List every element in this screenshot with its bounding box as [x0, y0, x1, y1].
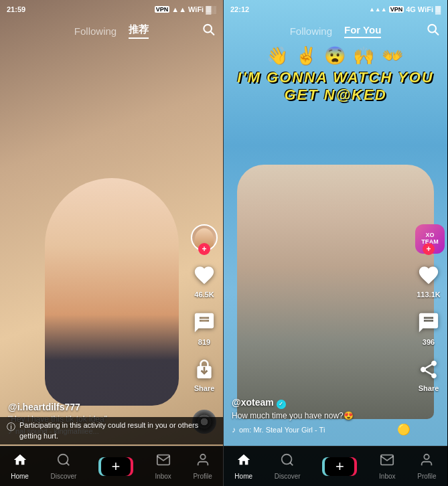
share-label-right: Share: [419, 384, 439, 392]
side-actions-left: + 46.5K 819: [191, 224, 218, 392]
warning-text-left: Participating in this activity could res…: [19, 420, 216, 441]
svg-point-7: [282, 455, 292, 465]
music-extra-right: 🟡: [397, 423, 410, 436]
svg-line-1: [211, 31, 214, 35]
svg-point-4: [200, 455, 205, 459]
music-note-icon-right: ♪: [232, 425, 236, 434]
comment-action-left[interactable]: 819: [191, 309, 218, 346]
comment-icon-left: [191, 309, 218, 336]
bars-right: 4G: [406, 5, 416, 13]
person-silhouette-left: [45, 178, 179, 406]
comment-icon-right: [415, 309, 442, 336]
tab-create-right[interactable]: +: [322, 456, 357, 477]
music-row-right: ♪ om: Mr. Steal Your Girl - Ti 🟡: [232, 423, 410, 436]
tab-profile-label-left: Profile: [193, 473, 212, 480]
inbox-icon-right: [380, 453, 394, 471]
profile-icon-left: [196, 453, 210, 471]
status-icons-right: ▲▲▲ VPN 4G WiFi ▓: [369, 5, 441, 13]
plus-icon-right: +: [335, 459, 344, 474]
like-count-right: 113.1K: [417, 291, 440, 299]
vpn-indicator-left: VPN: [155, 6, 170, 13]
comment-count-left: 819: [198, 338, 210, 346]
tab-home-right[interactable]: Home: [234, 453, 252, 480]
nav-recommend-left[interactable]: 推荐: [129, 23, 149, 39]
status-icons-left: VPN ▲▲ WiFi ▓░: [155, 5, 216, 13]
tab-discover-label-left: Discover: [50, 473, 76, 480]
vpn-right: VPN: [389, 6, 404, 13]
profile-icon-right: [419, 453, 434, 471]
person-silhouette-right: [237, 165, 434, 419]
warning-bar-left: ⓘ Participating in this activity could r…: [0, 417, 223, 444]
like-action-right[interactable]: 113.1K: [415, 262, 442, 299]
left-panel: 21:59 VPN ▲▲ WiFi ▓░ Following 推荐: [0, 0, 224, 486]
home-icon-right: [236, 453, 251, 471]
status-time-right: 22:12: [230, 5, 249, 13]
right-panel: 22:12 ▲▲▲ VPN 4G WiFi ▓ Following For Yo…: [224, 0, 447, 486]
share-action-right[interactable]: Share: [416, 357, 441, 392]
app-container: 21:59 VPN ▲▲ WiFi ▓░ Following 推荐: [0, 0, 448, 486]
discover-icon-right: [280, 453, 295, 471]
like-action-left[interactable]: 46.5K: [191, 262, 218, 299]
tab-inbox-right[interactable]: Inbox: [379, 453, 395, 480]
svg-point-2: [58, 455, 68, 465]
side-actions-right: XOTEAM + 113.1K 396: [415, 224, 442, 392]
music-text-right: om: Mr. Steal Your Girl - Ti: [239, 426, 325, 434]
nav-foryou-right[interactable]: For You: [344, 24, 381, 38]
tab-bar-left: Home Discover +: [0, 446, 223, 486]
plus-icon-left: +: [111, 459, 120, 474]
heart-icon-left: [191, 262, 218, 289]
tab-bar-right: Home Discover +: [224, 446, 447, 486]
tab-profile-right[interactable]: Profile: [417, 453, 436, 480]
tab-inbox-left[interactable]: Inbox: [155, 453, 171, 480]
svg-line-6: [435, 31, 439, 35]
tab-profile-left[interactable]: Profile: [193, 453, 212, 480]
nav-bar-right: Following For You: [224, 19, 447, 43]
battery-right: ▓: [435, 5, 441, 13]
comment-action-right[interactable]: 396: [415, 309, 442, 346]
follow-button-right[interactable]: +: [423, 243, 435, 255]
tab-create-left[interactable]: +: [98, 456, 133, 477]
username-left[interactable]: @i.heartdilfs777: [8, 402, 186, 412]
tab-home-label-right: Home: [234, 473, 252, 480]
nav-following-right[interactable]: Following: [290, 25, 332, 37]
text-overlay-right: I'M GONNA WATCH YOU GET N@KED: [224, 69, 447, 104]
follow-button-left[interactable]: +: [198, 243, 210, 255]
svg-line-8: [290, 463, 293, 465]
tab-profile-label-right: Profile: [417, 473, 436, 480]
svg-line-3: [66, 463, 69, 465]
tab-discover-right[interactable]: Discover: [275, 453, 301, 480]
warning-icon-left: ⓘ: [7, 421, 15, 433]
avatar-right[interactable]: XOTEAM +: [415, 224, 442, 251]
nav-bar-left: Following 推荐: [0, 19, 223, 43]
username-right[interactable]: @xoteam ✓: [232, 397, 410, 409]
discover-icon-left: [56, 453, 71, 471]
avatar-left[interactable]: +: [191, 224, 218, 251]
status-time-left: 21:59: [7, 5, 25, 13]
share-label-left: Share: [194, 384, 215, 392]
emoji-overlay-right: 👋 ✌️ 😨 🙌 👐 I'M GONNA WATCH YOU GET N@KED: [224, 46, 447, 104]
tab-inbox-label-right: Inbox: [379, 473, 395, 480]
like-count-left: 46.5K: [194, 291, 214, 299]
svg-point-9: [425, 455, 429, 459]
tab-discover-left[interactable]: Discover: [50, 453, 76, 480]
search-icon-right[interactable]: [426, 23, 439, 39]
status-bar-right: 22:12 ▲▲▲ VPN 4G WiFi ▓: [224, 0, 447, 19]
share-action-left[interactable]: Share: [192, 357, 217, 392]
comment-count-right: 396: [423, 338, 435, 346]
inbox-icon-left: [156, 453, 171, 471]
verified-icon-right: ✓: [277, 400, 286, 409]
tab-discover-label-right: Discover: [275, 473, 301, 480]
signal-right: ▲▲▲: [369, 6, 387, 13]
wifi-right: WiFi: [418, 5, 433, 13]
emoji-row-right: 👋 ✌️ 😨 🙌 👐: [224, 46, 447, 66]
username-text-right: @xoteam: [232, 397, 274, 408]
status-bar-left: 21:59 VPN ▲▲ WiFi ▓░: [0, 0, 223, 19]
heart-icon-right: [415, 262, 442, 289]
tab-inbox-label-left: Inbox: [155, 473, 171, 480]
signal-bars-left: ▲▲: [171, 5, 186, 13]
search-icon-left[interactable]: [202, 23, 215, 39]
nav-following-left[interactable]: Following: [74, 25, 117, 37]
share-icon-right: [416, 357, 441, 382]
bottom-info-right: @xoteam ✓ How much time you have now?😍 ♪…: [232, 397, 410, 436]
tab-home-left[interactable]: Home: [11, 453, 29, 480]
